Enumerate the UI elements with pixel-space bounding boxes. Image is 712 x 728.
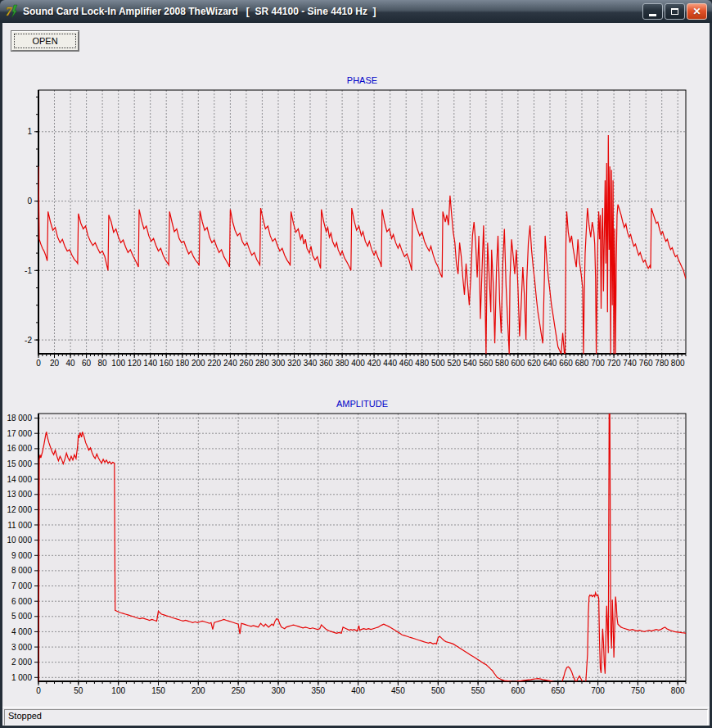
svg-text:450: 450 <box>391 686 405 695</box>
svg-text:440: 440 <box>383 359 397 368</box>
close-icon: ✕ <box>692 6 701 17</box>
svg-text:340: 340 <box>304 359 318 368</box>
open-button[interactable]: OPEN <box>11 31 79 51</box>
svg-text:400: 400 <box>351 686 365 695</box>
svg-text:100: 100 <box>111 359 125 368</box>
svg-text:500: 500 <box>431 359 445 368</box>
svg-text:360: 360 <box>319 359 333 368</box>
svg-text:260: 260 <box>240 359 254 368</box>
svg-text:460: 460 <box>399 359 413 368</box>
svg-text:680: 680 <box>575 359 589 368</box>
svg-text:13 000: 13 000 <box>7 490 32 499</box>
chart-title: PHASE <box>347 75 377 85</box>
svg-text:320: 320 <box>287 359 301 368</box>
svg-text:500: 500 <box>431 686 445 695</box>
svg-text:700: 700 <box>591 359 605 368</box>
phase-chart: 0204060801001201401601802002202402602803… <box>2 70 710 377</box>
svg-text:7 000: 7 000 <box>11 581 32 590</box>
svg-text:140: 140 <box>143 359 157 368</box>
svg-text:120: 120 <box>128 359 142 368</box>
window-title: Sound Card Lock-In Amplifier 2008 TheWiz… <box>23 6 642 17</box>
svg-text:200: 200 <box>192 686 205 695</box>
svg-text:150: 150 <box>151 686 165 695</box>
svg-text:80: 80 <box>98 359 108 368</box>
plot-area <box>38 414 686 681</box>
svg-text:520: 520 <box>447 359 461 368</box>
maximize-icon <box>671 8 678 15</box>
svg-text:60: 60 <box>82 359 92 368</box>
svg-text:380: 380 <box>336 359 349 368</box>
close-button[interactable]: ✕ <box>687 3 707 20</box>
svg-text:10 000: 10 000 <box>7 536 32 545</box>
svg-text:18 000: 18 000 <box>7 414 32 423</box>
svg-text:650: 650 <box>551 686 565 695</box>
svg-text:40: 40 <box>66 359 76 368</box>
svg-text:0: 0 <box>36 359 41 368</box>
svg-text:600: 600 <box>511 359 525 368</box>
svg-text:17 000: 17 000 <box>7 429 32 438</box>
svg-text:15 000: 15 000 <box>7 459 32 468</box>
svg-text:100: 100 <box>111 686 125 695</box>
svg-text:420: 420 <box>367 359 381 368</box>
svg-text:9 000: 9 000 <box>11 551 32 560</box>
app-window: 7 Sound Card Lock-In Amplifier 2008 TheW… <box>0 0 712 728</box>
minimize-button[interactable] <box>642 3 663 20</box>
x-tick-labels: 0204060801001201401601802002202402602803… <box>36 359 685 368</box>
svg-text:220: 220 <box>207 359 221 368</box>
svg-text:180: 180 <box>175 359 189 368</box>
chart-title: AMPLITUDE <box>336 399 388 409</box>
y-tick-labels: 10-1-2 <box>25 127 32 344</box>
client-area: OPEN 02040608010012014016018020022024026… <box>2 23 710 707</box>
svg-text:620: 620 <box>527 359 541 368</box>
svg-text:1: 1 <box>27 127 32 136</box>
svg-text:760: 760 <box>639 359 653 368</box>
svg-text:200: 200 <box>192 359 205 368</box>
amplitude-chart: 0501001502002503003504004505005506006507… <box>2 393 710 704</box>
svg-text:4 000: 4 000 <box>11 627 32 636</box>
svg-text:550: 550 <box>471 686 485 695</box>
svg-text:700: 700 <box>591 686 605 695</box>
svg-text:5 000: 5 000 <box>11 612 32 621</box>
svg-text:20: 20 <box>50 359 60 368</box>
svg-text:740: 740 <box>623 359 637 368</box>
svg-text:240: 240 <box>223 359 237 368</box>
svg-text:1 000: 1 000 <box>11 673 32 682</box>
svg-text:800: 800 <box>671 359 685 368</box>
y-tick-labels: 18 00017 00016 00015 00014 00013 00012 0… <box>7 414 32 682</box>
svg-text:11 000: 11 000 <box>7 521 32 530</box>
svg-text:350: 350 <box>311 686 325 695</box>
svg-text:0: 0 <box>36 686 41 695</box>
svg-text:14 000: 14 000 <box>7 475 32 484</box>
svg-text:16 000: 16 000 <box>7 444 32 453</box>
svg-text:580: 580 <box>495 359 509 368</box>
minimize-icon <box>649 14 656 16</box>
svg-text:780: 780 <box>655 359 669 368</box>
svg-text:600: 600 <box>511 686 525 695</box>
svg-text:560: 560 <box>480 359 493 368</box>
svg-text:-1: -1 <box>25 266 32 275</box>
svg-text:7: 7 <box>6 5 12 18</box>
svg-text:480: 480 <box>415 359 429 368</box>
svg-text:280: 280 <box>255 359 269 368</box>
svg-text:6 000: 6 000 <box>11 597 32 606</box>
svg-text:50: 50 <box>74 686 83 695</box>
svg-text:3 000: 3 000 <box>11 643 32 652</box>
svg-text:2 000: 2 000 <box>11 658 32 667</box>
x-tick-labels: 0501001502002503003504004505005506006507… <box>36 686 685 695</box>
svg-text:540: 540 <box>463 359 477 368</box>
svg-text:-2: -2 <box>25 336 32 345</box>
svg-text:0: 0 <box>27 197 32 206</box>
svg-text:640: 640 <box>543 359 557 368</box>
svg-text:400: 400 <box>351 359 365 368</box>
svg-text:660: 660 <box>559 359 573 368</box>
titlebar[interactable]: 7 Sound Card Lock-In Amplifier 2008 TheW… <box>0 0 712 23</box>
svg-text:720: 720 <box>607 359 621 368</box>
svg-text:12 000: 12 000 <box>7 505 32 514</box>
svg-text:800: 800 <box>671 686 685 695</box>
status-text: Stopped <box>8 711 42 721</box>
status-panel: Stopped <box>4 709 708 726</box>
window-controls: ✕ <box>642 3 707 20</box>
svg-text:300: 300 <box>272 359 286 368</box>
status-bar: Stopped <box>2 707 710 726</box>
maximize-button[interactable] <box>665 3 685 20</box>
